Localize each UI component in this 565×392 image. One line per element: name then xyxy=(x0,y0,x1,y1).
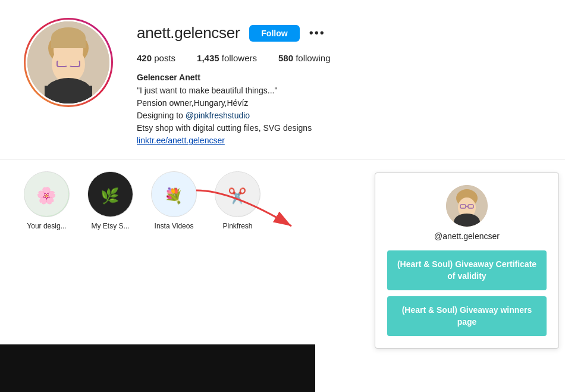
avatar-inner xyxy=(26,20,111,105)
highlight-thumb-4: ✂️ xyxy=(215,171,260,217)
followers-stat[interactable]: 1,435 followers xyxy=(197,53,257,63)
profile-info: anett.gelencser Follow ••• 420 posts 1,4… xyxy=(137,18,541,147)
posts-stat: 420 posts xyxy=(137,53,175,63)
popup-avatar-illustration xyxy=(446,185,488,227)
popup-btn-1[interactable]: (Heart & Soul) Giveaway Certificate of v… xyxy=(387,250,547,290)
profile-stats: 420 posts 1,435 followers 580 following xyxy=(137,53,541,63)
highlight-thumb-3: 💐 xyxy=(152,171,196,217)
highlight-item-3[interactable]: 💐 Insta Videos xyxy=(151,171,197,230)
bio-url-link[interactable]: linktr.ee/anett.gelencser xyxy=(137,136,225,145)
popup-avatar-row: @anett.gelencser xyxy=(387,185,547,241)
avatar-wrapper[interactable] xyxy=(24,18,113,107)
popup-btn-2[interactable]: (Heart & Soul) Giveaway winners page xyxy=(387,296,547,336)
avatar-illustration xyxy=(27,21,109,104)
highlight-label-4: Pinkfresh xyxy=(222,222,252,230)
svg-text:🌿: 🌿 xyxy=(101,187,120,205)
highlight-item-2[interactable]: 🌿 My Etsy S... xyxy=(87,171,133,230)
popup-card: @anett.gelencser (Heart & Soul) Giveaway… xyxy=(375,173,559,349)
following-stat[interactable]: 580 following xyxy=(278,53,331,63)
bio-mention-link[interactable]: @pinkfreshstudio xyxy=(186,111,250,120)
highlight-label-3: Insta Videos xyxy=(155,222,194,230)
follow-button[interactable]: Follow xyxy=(249,25,299,42)
bio-line2: Pension owner,Hungary,Hévíz xyxy=(137,97,541,109)
display-name: Gelencser Anett xyxy=(137,73,541,82)
profile-container: anett.gelencser Follow ••• 420 posts 1,4… xyxy=(0,0,565,159)
bio-line4: Etsy shop with digital cutting files, SV… xyxy=(137,122,541,134)
highlight-thumb-2: 🌿 xyxy=(88,171,133,217)
bio-url-row: linktr.ee/anett.gelencser xyxy=(137,134,541,147)
highlight-circle-4: ✂️ xyxy=(215,171,260,217)
username: anett.gelencser xyxy=(137,24,240,42)
highlight-thumb-1: 🌸 xyxy=(24,171,69,217)
svg-text:💐: 💐 xyxy=(164,187,183,205)
bio-line3: Designing to @pinkfreshstudio xyxy=(137,109,541,122)
avatar xyxy=(27,21,109,104)
highlight-circle-1: 🌸 xyxy=(24,171,70,217)
highlight-item-1[interactable]: 🌸 Your desig... xyxy=(24,171,70,230)
svg-rect-7 xyxy=(45,86,92,104)
highlight-item-4[interactable]: ✂️ Pinkfresh xyxy=(215,171,260,230)
profile-bio: "I just want to make beautiful things...… xyxy=(137,84,541,147)
svg-text:✂️: ✂️ xyxy=(228,187,247,205)
highlight-label-1: Your desig... xyxy=(27,222,66,230)
username-row: anett.gelencser Follow ••• xyxy=(137,24,541,42)
highlight-label-2: My Etsy S... xyxy=(91,222,129,230)
popup-avatar xyxy=(446,185,488,227)
bio-line1: "I just want to make beautiful things...… xyxy=(137,84,541,97)
svg-text:🌸: 🌸 xyxy=(36,186,57,205)
highlight-circle-3: 💐 xyxy=(151,171,197,217)
highlight-circle-2: 🌿 xyxy=(87,171,133,217)
black-bar xyxy=(0,344,315,392)
more-options-icon[interactable]: ••• xyxy=(309,26,325,40)
profile-header: anett.gelencser Follow ••• 420 posts 1,4… xyxy=(24,18,541,147)
popup-username: @anett.gelencser xyxy=(434,231,500,241)
